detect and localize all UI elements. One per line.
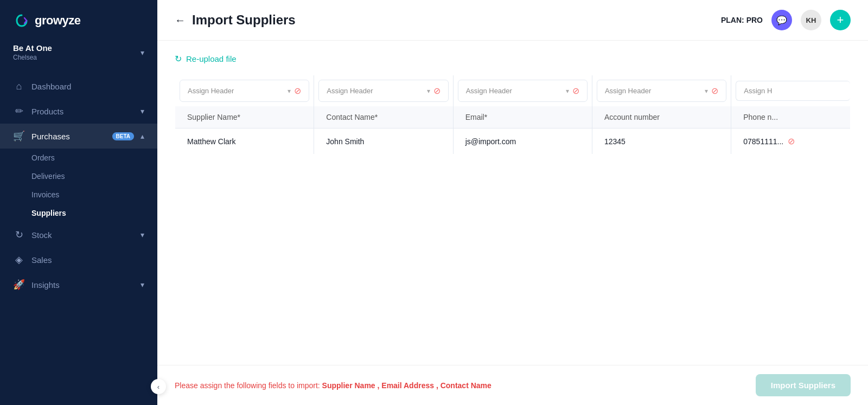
sidebar-item-stock[interactable]: ↻ Stock ▾ <box>0 222 157 247</box>
org-name: Be At One <box>13 43 52 53</box>
plus-icon: + <box>837 13 844 27</box>
avatar[interactable]: KH <box>801 10 821 30</box>
org-chevron-icon: ▾ <box>141 48 144 57</box>
sidebar-logo: growyze <box>0 0 157 39</box>
cell-contact-name: John Smith <box>314 128 453 155</box>
import-table: Assign Header ▾ ⊘ Assign Header ▾ ⊘ Assi… <box>175 75 851 155</box>
footer: Please assign the following fields to im… <box>157 365 868 405</box>
assign-header-dropdown-1[interactable]: Assign Header ▾ ⊘ <box>180 80 309 102</box>
sidebar-item-insights[interactable]: 🚀 Insights ▾ <box>0 272 157 297</box>
plan-badge: PLAN: PRO <box>721 16 763 24</box>
col-header-account-number: Account number <box>592 106 731 128</box>
col-header-phone: Phone n... <box>731 106 851 128</box>
assign-header-label: Assign Header <box>605 87 701 95</box>
sidebar-item-invoices[interactable]: Invoices <box>0 185 157 204</box>
assign-header-label: Assign Header <box>327 87 423 95</box>
assign-header-cell-5: Assign H <box>731 75 851 107</box>
remove-column-icon[interactable]: ⊘ <box>294 86 301 96</box>
remove-column-icon[interactable]: ⊘ <box>711 86 718 96</box>
assign-header-dropdown-2[interactable]: Assign Header ▾ ⊘ <box>318 80 448 102</box>
sidebar-item-label: Dashboard <box>31 82 144 91</box>
assign-header-dropdown-3[interactable]: Assign Header ▾ ⊘ <box>458 80 588 102</box>
assign-header-cell-4: Assign Header ▾ ⊘ <box>592 75 731 107</box>
org-switcher[interactable]: Be At One Chelsea ▾ <box>0 39 157 70</box>
chevron-up-icon: ▴ <box>141 132 144 140</box>
header-right: PLAN: PRO 💬 KH + <box>721 10 851 30</box>
footer-warning: Please assign the following fields to im… <box>175 381 492 390</box>
assign-header-cell-2: Assign Header ▾ ⊘ <box>314 75 453 107</box>
plan-name: PRO <box>746 16 763 24</box>
remove-column-icon[interactable]: ⊘ <box>433 86 441 96</box>
sidebar-item-dashboard[interactable]: ⌂ Dashboard <box>0 74 157 99</box>
reupload-label: Re-upload file <box>186 54 237 63</box>
back-button[interactable]: ← <box>175 14 186 27</box>
chevron-down-icon: ▾ <box>141 230 144 239</box>
reupload-button[interactable]: ↻ Re-upload file <box>175 54 237 64</box>
sidebar-item-purchases[interactable]: 🛒 Purchases Beta ▴ <box>0 124 157 149</box>
assign-header-dropdown-5[interactable]: Assign H <box>736 81 850 101</box>
assign-header-label: Assign Header <box>466 87 563 95</box>
col-header-contact-name: Contact Name* <box>314 106 453 128</box>
sidebar-collapse-button[interactable]: ‹ <box>151 379 166 394</box>
main-content: ← Import Suppliers PLAN: PRO 💬 KH + ↻ Re… <box>157 0 868 405</box>
sidebar-item-suppliers[interactable]: Suppliers <box>0 204 157 222</box>
sidebar-item-products[interactable]: ✏ Products ▾ <box>0 99 157 124</box>
chevron-down-icon: ▾ <box>141 107 144 115</box>
stock-icon: ↻ <box>13 229 25 241</box>
avatar-initials: KH <box>806 16 816 24</box>
chevron-down-icon: ▾ <box>566 87 569 95</box>
purchases-icon: 🛒 <box>13 130 25 142</box>
chevron-down-icon: ▾ <box>427 87 430 95</box>
purchases-sub-nav: Orders Deliveries Invoices Suppliers <box>0 149 157 222</box>
cell-supplier-name: Matthew Clark <box>175 128 314 155</box>
remove-column-icon[interactable]: ⊘ <box>572 86 579 96</box>
products-icon: ✏ <box>13 105 25 117</box>
cell-email: js@import.com <box>453 128 592 155</box>
sidebar-item-label: Insights <box>31 280 134 290</box>
assign-header-cell-3: Assign Header ▾ ⊘ <box>453 75 592 107</box>
insights-icon: 🚀 <box>13 279 25 291</box>
org-location: Chelsea <box>13 54 52 61</box>
remove-row-icon[interactable]: ⊘ <box>788 136 795 146</box>
add-button[interactable]: + <box>830 10 851 30</box>
logo-text: growyze <box>35 14 81 28</box>
assign-header-dropdown-4[interactable]: Assign Header ▾ ⊘ <box>597 80 726 102</box>
required-fields: Supplier Name , Email Address , Contact … <box>322 381 492 390</box>
assign-header-label: Assign H <box>744 87 843 95</box>
cell-phone: 07851111... ⊘ <box>731 128 850 154</box>
sidebar-item-sales[interactable]: ◈ Sales <box>0 247 157 272</box>
beta-badge: Beta <box>112 132 134 140</box>
sidebar-item-label: Purchases <box>31 132 106 141</box>
sidebar-item-orders[interactable]: Orders <box>0 149 157 167</box>
table-row: Matthew Clark John Smith js@import.com 1… <box>175 128 851 155</box>
content-area: ↻ Re-upload file Assign Header ▾ ⊘ Assig… <box>157 41 868 405</box>
sales-icon: ◈ <box>13 254 25 266</box>
assign-header-cell-1: Assign Header ▾ ⊘ <box>175 75 314 107</box>
sidebar-item-deliveries[interactable]: Deliveries <box>0 167 157 185</box>
col-header-email: Email* <box>453 106 592 128</box>
assign-header-row: Assign Header ▾ ⊘ Assign Header ▾ ⊘ Assi… <box>175 75 851 107</box>
import-suppliers-button[interactable]: Import Suppliers <box>756 374 851 396</box>
sidebar-item-label: Sales <box>31 255 144 265</box>
back-arrow-icon: ← <box>175 14 186 27</box>
chevron-down-icon: ▾ <box>141 280 144 289</box>
sidebar-item-label: Stock <box>31 230 134 240</box>
collapse-icon: ‹ <box>157 383 159 391</box>
col-header-supplier-name: Supplier Name* <box>175 106 314 128</box>
messages-button[interactable]: 💬 <box>771 10 792 30</box>
sidebar-nav: ⌂ Dashboard ✏ Products ▾ 🛒 Purchases Bet… <box>0 70 157 405</box>
cell-account-number: 12345 <box>592 128 731 155</box>
chat-icon: 💬 <box>776 15 787 25</box>
sidebar: growyze Be At One Chelsea ▾ ⌂ Dashboard … <box>0 0 157 405</box>
sidebar-item-label: Products <box>31 107 134 116</box>
data-header-row: Supplier Name* Contact Name* Email* Acco… <box>175 106 851 128</box>
header-left: ← Import Suppliers <box>175 12 296 28</box>
chevron-down-icon: ▾ <box>705 87 708 95</box>
assign-header-label: Assign Header <box>188 87 284 95</box>
dashboard-icon: ⌂ <box>13 81 25 92</box>
reupload-icon: ↻ <box>175 54 182 64</box>
growyze-logo-icon <box>13 12 30 29</box>
chevron-down-icon: ▾ <box>288 87 291 95</box>
page-title: Import Suppliers <box>192 12 296 28</box>
page-header: ← Import Suppliers PLAN: PRO 💬 KH + <box>157 0 868 41</box>
